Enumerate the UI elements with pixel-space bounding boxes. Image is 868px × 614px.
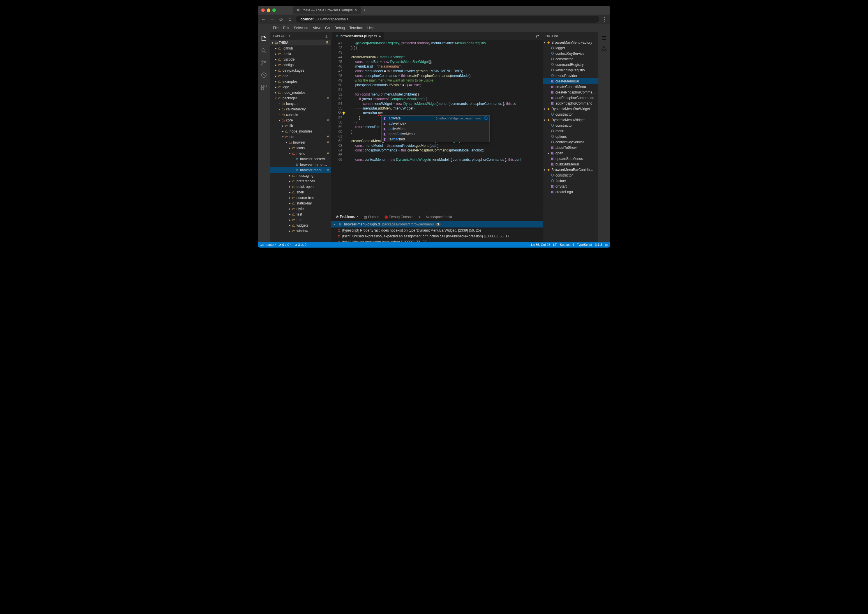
code-editor[interactable]: 41424344454647484950515253545556💡5758596… xyxy=(331,40,542,212)
status-item[interactable]: Ln 56, Col 28 xyxy=(531,243,550,247)
problem-row[interactable]: ⊘[tslint] unused expression, expected an… xyxy=(331,233,542,239)
outline-item[interactable]: ◧addPhosphorCommands xyxy=(542,95,598,101)
tree-item[interactable]: ▸🗀preferences xyxy=(270,178,331,184)
explorer-root[interactable]: ▾ 🗀 THEIA M xyxy=(270,40,331,45)
status-item[interactable]: 3.1.3 xyxy=(595,243,602,247)
panel-tab[interactable]: ⊘Problems× xyxy=(333,213,361,221)
outline-item[interactable]: ⬡keybindingRegistry xyxy=(542,67,598,73)
outline-item[interactable]: ⬡menuProvider xyxy=(542,73,598,78)
outline-item[interactable]: ▾◆BrowserMenuBarContrib… xyxy=(542,167,598,172)
menu-edit[interactable]: Edit xyxy=(281,26,291,30)
status-item[interactable]: ⟳ 0 ↓ 0 ↑ xyxy=(279,243,291,247)
menu-view[interactable]: View xyxy=(310,26,323,30)
tree-item[interactable]: ▸🗀logo xyxy=(270,84,331,90)
tree-item[interactable]: ▾🗀browserM xyxy=(270,140,331,145)
status-item[interactable]: Spaces: 4 xyxy=(560,243,574,247)
search-icon[interactable] xyxy=(260,47,267,54)
tree-item[interactable]: ▸🗀console xyxy=(270,112,331,117)
outline-item[interactable]: ◧onStart xyxy=(542,183,598,189)
tree-item[interactable]: ▸🗀.github xyxy=(270,45,331,51)
menu-help[interactable]: Help xyxy=(365,26,377,30)
menu-terminal[interactable]: Terminal xyxy=(347,26,365,30)
menu-file[interactable]: File xyxy=(271,26,281,30)
tree-item[interactable]: ▸🗀.theia xyxy=(270,51,331,56)
explorer-icon[interactable] xyxy=(260,35,267,42)
tree-item[interactable]: ▸🗀style xyxy=(270,206,331,211)
problem-row[interactable]: ⊘[typescript] Property 'act' does not ex… xyxy=(331,228,542,233)
outline-item[interactable]: ⬡menu xyxy=(542,128,598,134)
outline-item[interactable]: ⬡constructor xyxy=(542,172,598,178)
outline-item[interactable]: ◧updateSubMenus xyxy=(542,156,598,161)
browser-menu-button[interactable]: ⋮ xyxy=(602,16,607,22)
tree-item[interactable]: ▸🗀doc xyxy=(270,73,331,79)
panel-tab[interactable]: >_~/workspace/theia xyxy=(416,213,454,221)
outline-item[interactable]: ⬡constructor xyxy=(542,122,598,128)
panel-tab[interactable]: 🐞Debug Console xyxy=(381,213,416,221)
tree-item[interactable]: ▸🗀test xyxy=(270,211,331,217)
close-tab-icon[interactable]: × xyxy=(355,8,357,12)
outline-item[interactable]: ⬡contextKeyService xyxy=(542,139,598,145)
home-button[interactable]: ⌂ xyxy=(287,17,293,22)
outline-item[interactable]: ⬡contextKeyService xyxy=(542,51,598,56)
outline-item[interactable]: ◧addPhosphorCommand xyxy=(542,101,598,106)
outline-item[interactable]: ⬡constructor xyxy=(542,112,598,117)
tree-item[interactable]: ▸🗀configs xyxy=(270,62,331,68)
suggest-item[interactable]: ◧isAttached xyxy=(381,136,489,142)
extensions-icon[interactable] xyxy=(260,84,267,91)
tree-item[interactable]: ▾🗀coreM xyxy=(270,117,331,123)
tree-item[interactable]: 🗎browser-menu-plugin.tsM xyxy=(270,167,331,173)
close-window-button[interactable] xyxy=(261,8,265,12)
tree-item[interactable]: ▸🗀tree xyxy=(270,217,331,223)
outline-item[interactable]: ▾◆DynamicMenuBarWidget xyxy=(542,106,598,112)
tree-item[interactable]: ▾🗀srcM xyxy=(270,134,331,140)
close-editor-tab-icon[interactable]: ● xyxy=(379,34,381,38)
tree-item[interactable]: ▾🗀packagesM xyxy=(270,95,331,101)
reload-button[interactable]: ⟳ xyxy=(278,17,284,22)
tree-item[interactable]: ▸🗀bunyan xyxy=(270,101,331,106)
problem-file-header[interactable]: ▾ 🗎 browser-menu-plugin.ts packages/core… xyxy=(331,221,542,228)
tree-item[interactable]: ▸🗀source-tree xyxy=(270,195,331,200)
new-tab-button[interactable]: + xyxy=(363,7,366,13)
outline-toggle-icon[interactable] xyxy=(601,35,607,41)
status-item[interactable]: ◫ xyxy=(605,243,608,247)
tree-item[interactable]: ▸🗀icons xyxy=(270,145,331,150)
suggest-item[interactable]: ◧activeMenu xyxy=(381,126,489,131)
back-button[interactable]: ← xyxy=(261,17,267,22)
compare-icon[interactable]: ⇄ xyxy=(536,34,539,39)
editor-tab[interactable]: 🗎 browser-menu-plugin.ts ● xyxy=(332,32,384,40)
split-editor-icon[interactable]: ◫ xyxy=(325,34,329,38)
menu-selection[interactable]: Selection xyxy=(291,26,310,30)
outline-item[interactable]: ◧aboutToShow xyxy=(542,145,598,150)
tree-item[interactable]: ▸🗀messaging xyxy=(270,173,331,178)
browser-tab[interactable]: 🗎 theia — Theia Browser Example × xyxy=(293,6,361,14)
info-icon[interactable]: ⓘ xyxy=(484,116,488,121)
outline-item[interactable]: ▾◆DynamicMenuWidget xyxy=(542,117,598,122)
panel-tab[interactable]: ▤Output xyxy=(361,213,381,221)
outline-item[interactable]: ◧buildSubMenus xyxy=(542,161,598,167)
suggest-item[interactable]: ◧activeIndex xyxy=(381,121,489,126)
zoom-window-button[interactable] xyxy=(272,8,276,12)
problem-row[interactable]: ⊘[tslint] Missing semicolon (semicolon) … xyxy=(331,239,542,242)
status-item[interactable]: LF xyxy=(553,243,557,247)
tree-item[interactable]: ▸🗀dev-packages xyxy=(270,68,331,73)
outline-item[interactable]: ⬡logger xyxy=(542,45,598,51)
outline-item[interactable]: ◧createPhosphorComma… xyxy=(542,90,598,95)
tree-item[interactable]: 🗎browser-context-menu-r… xyxy=(270,156,331,162)
tree-item[interactable]: ▸🗀node_modules xyxy=(270,129,331,134)
status-item[interactable]: ⊘ 3 ⚠ 0 xyxy=(294,243,306,247)
suggest-item[interactable]: ◧openActiveMenu xyxy=(381,131,489,136)
outline-item[interactable]: ▸◧open xyxy=(542,150,598,156)
outline-item[interactable]: ⬡commandRegistry xyxy=(542,62,598,67)
tree-item[interactable]: ▾🗀menuM xyxy=(270,150,331,156)
tree-item[interactable]: ▸🗀lib xyxy=(270,123,331,129)
forward-button[interactable]: → xyxy=(270,17,275,22)
outline-item[interactable]: ⬡constructor xyxy=(542,56,598,62)
url-input[interactable]: localhost:3000/workspace/theia xyxy=(296,16,599,23)
debug-icon[interactable] xyxy=(260,72,267,79)
menu-go[interactable]: Go xyxy=(323,26,332,30)
tree-item[interactable]: ▸🗀status-bar xyxy=(270,200,331,206)
tree-item[interactable]: ▸🗀callhierarchy xyxy=(270,106,331,112)
tree-item[interactable]: ▸🗀widgets xyxy=(270,223,331,228)
status-item[interactable]: TypeScript xyxy=(577,243,592,247)
tree-item[interactable]: ▸🗀quick-open xyxy=(270,184,331,189)
